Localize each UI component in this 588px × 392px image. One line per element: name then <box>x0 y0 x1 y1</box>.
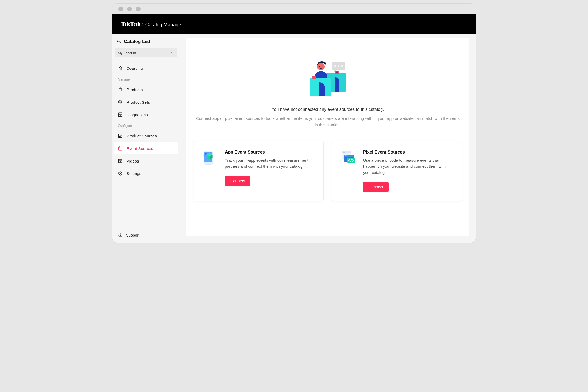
home-icon <box>118 66 123 71</box>
svg-point-21 <box>319 66 320 67</box>
card-pixel-event-sources: Pixel Event Sources Use a piece of code … <box>332 141 462 201</box>
sidebar-item-diagnostics[interactable]: Diagnostics <box>114 109 178 121</box>
svg-rect-24 <box>335 71 339 74</box>
app-window: TikTok: Catalog Manager Catalog List My … <box>112 3 476 243</box>
sidebar-item-label: Settings <box>127 171 141 176</box>
support-label: Support <box>126 233 139 237</box>
svg-point-11 <box>120 173 121 174</box>
app-body: Catalog List My Account Overview Manage <box>112 34 476 243</box>
svg-point-37 <box>344 152 345 153</box>
sidebar-item-product-sets[interactable]: Product Sets <box>114 96 178 108</box>
card-title: Pixel Event Sources <box>363 150 448 155</box>
sidebar-item-product-sources[interactable]: Product Sources <box>114 130 178 142</box>
app-header: TikTok: Catalog Manager <box>112 14 476 34</box>
settings-icon <box>118 171 123 176</box>
bag-icon <box>118 87 123 92</box>
svg-rect-3 <box>118 147 122 150</box>
sidebar-item-label: Videos <box>127 159 139 163</box>
calendar-icon <box>118 146 123 151</box>
brand-colon-icon: : <box>141 20 143 28</box>
sidebar-item-videos[interactable]: Videos <box>114 155 178 167</box>
empty-state: You have not connected any event sources… <box>194 46 462 128</box>
back-icon[interactable] <box>116 39 121 44</box>
svg-marker-9 <box>120 161 121 163</box>
sidebar-footer-support[interactable]: Support <box>112 229 180 243</box>
account-select[interactable]: My Account <box>115 48 177 57</box>
card-body: App Event Sources Track your in-app even… <box>225 150 309 192</box>
source-cards: App Event Sources Track your in-app even… <box>194 141 462 201</box>
card-title: App Event Sources <box>225 150 309 155</box>
empty-state-title: You have not connected any event sources… <box>271 107 384 112</box>
sidebar-item-label: Diagnostics <box>127 112 148 117</box>
sidebar-section-manage: Manage <box>114 75 178 83</box>
svg-point-36 <box>343 152 344 153</box>
svg-marker-0 <box>118 100 122 102</box>
window-titlebar <box>112 4 476 14</box>
brand-sub: Catalog Manager <box>145 22 183 28</box>
layers-icon <box>118 100 123 105</box>
app-events-icon <box>202 150 218 166</box>
account-label: My Account <box>118 51 136 55</box>
svg-point-13 <box>120 236 120 236</box>
svg-rect-2 <box>118 134 122 138</box>
sidebar-section-configure: Configure <box>114 121 178 129</box>
sidebar-item-products[interactable]: Products <box>114 84 178 96</box>
activity-icon <box>118 112 123 117</box>
svg-point-40 <box>345 155 346 156</box>
card-app-event-sources: App Event Sources Track your in-app even… <box>194 141 324 201</box>
connect-app-button[interactable]: Connect <box>225 176 250 186</box>
empty-illustration-icon <box>305 61 351 97</box>
card-body: Pixel Event Sources Use a piece of code … <box>363 150 448 192</box>
card-description: Use a piece of code to measure events th… <box>363 157 448 176</box>
sidebar-title: Catalog List <box>124 39 150 44</box>
connect-pixel-button[interactable]: Connect <box>363 182 389 192</box>
chevron-down-icon <box>170 51 174 55</box>
help-icon <box>118 233 123 238</box>
sidebar-nav: Overview Manage Products Product Sets <box>112 62 180 229</box>
sidebar-item-overview[interactable]: Overview <box>114 62 178 74</box>
svg-rect-23 <box>312 76 316 79</box>
sidebar-item-label: Event Sources <box>127 146 153 151</box>
svg-point-16 <box>338 65 340 67</box>
brand-name: TikTok <box>121 20 141 28</box>
svg-point-15 <box>334 65 336 67</box>
brand: TikTok: Catalog Manager <box>121 20 183 28</box>
main: You have not connected any event sources… <box>180 34 476 243</box>
traffic-zoom-icon[interactable] <box>136 7 141 11</box>
sidebar: Catalog List My Account Overview Manage <box>112 34 180 243</box>
traffic-close-icon[interactable] <box>118 7 123 11</box>
svg-point-17 <box>341 65 343 67</box>
sidebar-item-label: Product Sets <box>127 100 150 105</box>
svg-point-22 <box>323 66 323 67</box>
svg-point-41 <box>347 155 347 156</box>
card-description: Track your in-app events with our measur… <box>225 157 309 170</box>
main-panel: You have not connected any event sources… <box>186 38 469 236</box>
pixel-events-icon <box>340 150 356 166</box>
video-icon <box>118 158 123 163</box>
sidebar-item-label: Products <box>127 87 143 92</box>
edit-square-icon <box>118 133 123 138</box>
brand-logo: TikTok: <box>121 20 143 28</box>
sidebar-header: Catalog List <box>112 37 180 47</box>
sidebar-item-event-sources[interactable]: Event Sources <box>114 142 178 154</box>
sidebar-item-label: Overview <box>127 66 144 71</box>
traffic-minimize-icon[interactable] <box>127 7 132 11</box>
sidebar-item-label: Product Sources <box>127 134 157 138</box>
empty-state-description: Connect app or pixel event sources to tr… <box>194 115 461 128</box>
sidebar-item-settings[interactable]: Settings <box>114 167 178 179</box>
